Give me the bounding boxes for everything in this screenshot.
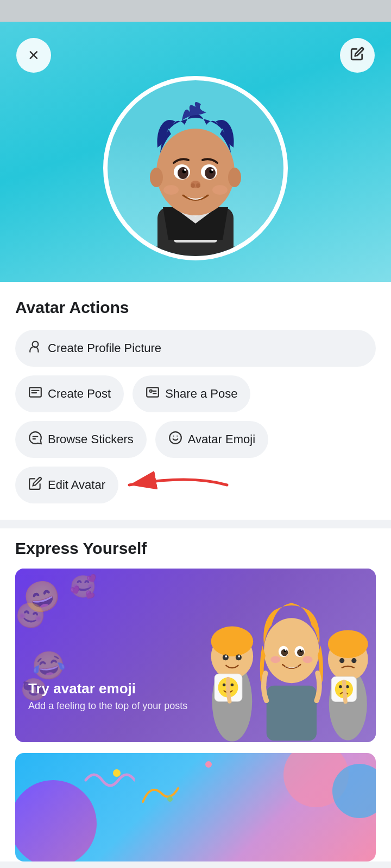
svg-point-62 — [352, 658, 357, 663]
avatar-emoji-button[interactable]: Avatar Emoji — [155, 421, 268, 458]
profile-icon — [28, 340, 42, 357]
svg-point-20 — [196, 183, 200, 188]
edit-icon-hero — [350, 47, 364, 64]
express-section: Express Yourself 😄 😊 😂 🥰 😎 — [0, 528, 391, 861]
svg-point-61 — [340, 658, 345, 663]
svg-point-7 — [156, 129, 235, 215]
svg-point-47 — [264, 618, 319, 683]
create-profile-label: Create Profile Picture — [48, 341, 161, 355]
actions-grid: Create Profile Picture Create Post — [15, 330, 376, 503]
svg-point-41 — [238, 655, 240, 658]
promo-card-text: Try avatar emoji Add a feeling to the to… — [28, 680, 187, 712]
svg-point-37 — [211, 627, 254, 656]
express-yourself-title: Express Yourself — [15, 539, 376, 558]
svg-point-21 — [163, 185, 179, 195]
deco-dot-2 — [167, 796, 173, 802]
svg-point-12 — [178, 167, 188, 179]
svg-point-54 — [285, 649, 286, 651]
svg-point-13 — [205, 167, 216, 179]
svg-point-60 — [328, 630, 368, 658]
promo-avatars — [202, 569, 376, 742]
svg-point-38 — [223, 654, 229, 660]
post-icon — [28, 385, 42, 403]
action-row-3: Browse Stickers Avatar Emoji — [15, 421, 376, 458]
svg-point-66 — [346, 685, 350, 688]
svg-point-17 — [211, 169, 213, 171]
emoji-icon — [168, 431, 182, 448]
svg-point-55 — [301, 649, 302, 651]
create-post-button[interactable]: Create Post — [15, 375, 124, 412]
svg-point-16 — [184, 169, 186, 171]
svg-point-22 — [212, 185, 228, 195]
avatar-image — [108, 80, 283, 256]
action-row-2: Create Post Share a Pose — [15, 375, 376, 412]
edit-button-hero[interactable] — [340, 38, 375, 73]
svg-point-57 — [302, 656, 312, 663]
deco-dot-1 — [113, 769, 121, 777]
bg-emoji-2: 😊 — [15, 599, 48, 633]
status-bar — [0, 0, 391, 22]
bg-emoji-4: 🥰 — [70, 574, 97, 599]
promo-subtitle: Add a feeling to the top of your posts — [28, 700, 187, 711]
avatar-actions-title: Avatar Actions — [15, 298, 376, 317]
svg-point-44 — [223, 684, 226, 687]
svg-point-40 — [225, 655, 227, 658]
promo-title: Try avatar emoji — [28, 680, 187, 697]
avatar-emoji-label: Avatar Emoji — [188, 432, 255, 446]
svg-point-56 — [270, 656, 280, 663]
action-row-1: Create Profile Picture — [15, 330, 376, 367]
second-promo-card[interactable] — [15, 753, 376, 861]
avatar-emoji-promo-card[interactable]: 😄 😊 😂 🥰 😎 — [15, 569, 376, 742]
red-arrow-annotation — [124, 469, 232, 501]
browse-stickers-button[interactable]: Browse Stickers — [15, 421, 147, 458]
svg-point-31 — [169, 432, 181, 444]
close-icon: ✕ — [28, 47, 40, 64]
edit-avatar-icon — [28, 476, 42, 494]
svg-rect-46 — [266, 686, 316, 741]
main-content: Avatar Actions Create Profile Picture — [0, 282, 391, 520]
svg-point-28 — [150, 390, 152, 392]
svg-point-9 — [228, 168, 241, 187]
browse-stickers-label: Browse Stickers — [48, 432, 134, 446]
share-pose-label: Share a Pose — [165, 387, 237, 401]
close-button[interactable]: ✕ — [16, 38, 51, 73]
svg-point-19 — [191, 183, 195, 188]
create-post-label: Create Post — [48, 387, 111, 401]
sticker-icon — [28, 431, 42, 448]
hero-section: ✕ — [0, 22, 391, 282]
edit-avatar-button[interactable]: Edit Avatar — [15, 467, 118, 503]
share-pose-button[interactable]: Share a Pose — [133, 375, 250, 412]
promo-avatar-center — [251, 574, 332, 742]
deco-dot-3 — [205, 761, 212, 768]
deco-squiggle — [80, 764, 135, 796]
svg-point-45 — [231, 684, 234, 687]
action-row-4: Edit Avatar — [15, 467, 376, 503]
svg-point-39 — [236, 654, 242, 660]
pose-icon — [146, 385, 160, 403]
avatar-circle — [103, 76, 288, 260]
create-profile-button[interactable]: Create Profile Picture — [15, 330, 376, 367]
svg-point-8 — [150, 168, 163, 187]
edit-avatar-label: Edit Avatar — [48, 478, 105, 492]
svg-rect-27 — [147, 387, 159, 397]
svg-point-65 — [339, 685, 343, 688]
deco-swirl — [140, 780, 184, 807]
